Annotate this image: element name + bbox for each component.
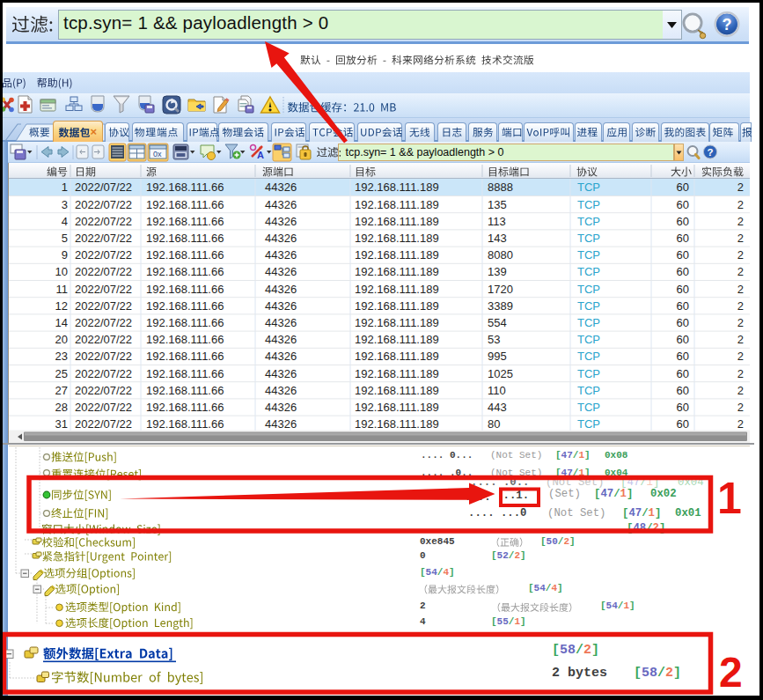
svg-text:?: ? (723, 16, 732, 33)
svg-text:0x: 0x (153, 150, 162, 158)
svg-text:?: ? (707, 147, 713, 158)
svg-text:A: A (257, 150, 264, 160)
